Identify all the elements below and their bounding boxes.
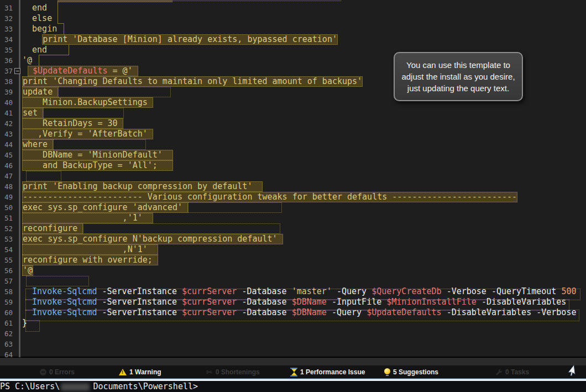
powershell-ise-window: 31 end32 else33 begin34 print 'Database … [0,0,586,392]
code-line[interactable]: 47 [0,171,586,181]
herestring-highlight: print 'Enabling backup compression by de… [22,181,263,192]
herestring-highlight: exec sys.sp_configure N'backup compressi… [22,234,283,244]
code-line[interactable]: 43 ,Verify = 'AfterBatch' [0,129,586,139]
code-line[interactable]: 55reconfigure with override; [0,255,586,265]
code-text: ,'1' [19,213,153,223]
status-item-scissors[interactable]: ✂0 Shortenings [206,365,260,378]
code-line[interactable]: 46 and BackupType = 'All'; [0,160,586,171]
line-number: 50 [0,202,19,213]
code-line[interactable]: 57 [0,276,586,286]
warning-triangle-icon: ! [119,369,127,375]
block-outline-box [43,108,124,118]
status-bar: 0 Errors!1 Warning✂0 Shortenings1 Perfor… [0,365,586,378]
status-item-error-circle[interactable]: 0 Errors [40,365,75,378]
code-text [19,349,22,357]
code-line[interactable]: 62 [0,328,586,339]
code-line[interactable]: 44where [0,139,586,150]
herestring-highlight: and BackupType = 'All'; [22,160,173,171]
code-line[interactable]: 61} [0,318,586,328]
line-number: 51 [0,213,19,223]
code-line[interactable]: 34 print 'Database [Minion] already exis… [0,34,586,45]
code-line[interactable]: 49------------------------ Various confi… [0,192,586,202]
code-text: update [19,87,171,97]
code-line[interactable]: 63 [0,339,586,349]
code-text: print 'Enabling backup compression by de… [19,181,263,192]
code-text: Minion.BackupSettings [19,97,153,108]
code-line[interactable]: 32 else [0,13,586,24]
code-line[interactable]: 58 Invoke-Sqlcmd -ServerInstance $currSe… [0,286,586,297]
code-line[interactable]: 56'@ [0,265,586,276]
herestring-highlight: $UpdateDefaults = @' [28,66,138,76]
code-text: reconfigure with override; [19,255,158,265]
code-line[interactable]: 48print 'Enabling backup compression by … [0,181,586,192]
code-line[interactable]: 41set [0,108,586,118]
code-text: and BackupType = 'All'; [19,160,173,171]
code-text: end [19,45,47,55]
code-text: else [19,13,52,24]
status-item-wrench[interactable]: 0 Tasks [495,365,529,378]
line-number: 47 [0,171,19,181]
code-line[interactable]: 54 ,N'1' [0,244,586,255]
herestring-highlight: set [22,108,43,118]
code-text: print 'Database [Minion] already exists,… [19,34,338,45]
line-number: 60 [0,307,19,318]
block-outline-box [188,202,282,213]
line-number: 61 [0,318,19,328]
console-prompt[interactable]: PS C:\Users\Documents\Powershell> [0,381,586,392]
block-outline-box [53,139,146,150]
line-number: 45 [0,150,19,160]
code-text: exec sys.sp_configure 'advanced' [19,202,282,213]
line-number: 59 [0,297,19,307]
line-number: 53 [0,234,19,244]
line-number: 58 [0,286,19,297]
code-line[interactable]: 45 DBName = 'MinionDefault' [0,150,586,160]
code-line[interactable]: 50exec sys.sp_configure 'advanced' [0,202,586,213]
block-outline-box [26,171,61,181]
code-text [19,171,61,181]
herestring-highlight: RetainDays = 30 [22,118,123,129]
herestring-highlight: print 'Changing Defaults to maintain onl… [22,76,363,87]
code-text: Invoke-Sqlcmd -ServerInstance $currServe… [19,286,576,297]
mouse-cursor [567,364,578,378]
code-text: print 'Changing Defaults to maintain onl… [19,76,363,87]
code-line[interactable]: 31 end [0,3,586,13]
prompt-prefix: PS C:\Users\ [0,381,60,391]
code-text [19,328,22,339]
line-number: 38 [0,76,19,87]
hourglass-icon [290,368,297,377]
status-item-warning-triangle[interactable]: !1 Warning [119,365,161,378]
code-text: '@ [19,265,33,276]
code-text: end [19,3,47,13]
code-text: exec sys.sp_configure N'backup compressi… [19,234,283,244]
code-text: ------------------------ Various configu… [19,192,517,202]
line-number: 55 [0,255,19,265]
status-item-label: 0 Errors [49,368,75,376]
herestring-highlight: ------------------------ Various configu… [22,192,517,202]
code-line[interactable]: 52reconfigure [0,223,586,234]
code-line[interactable]: 51 ,'1' [0,213,586,223]
code-line[interactable]: 53exec sys.sp_configure N'backup compres… [0,234,586,244]
line-number: 64 [0,349,19,357]
code-line[interactable]: 42 RetainDays = 30 [0,118,586,129]
status-item-lightbulb[interactable]: 5 Suggestions [384,365,438,378]
prompt-suffix: Documents\Powershell> [93,381,198,391]
code-line[interactable]: 60 Invoke-Sqlcmd -ServerInstance $currSe… [0,307,586,318]
block-outline-box [26,276,89,286]
code-line[interactable]: 64 [0,349,586,357]
line-number: 54 [0,244,19,255]
line-number: 56 [0,265,19,276]
code-text: begin [19,24,57,34]
code-line[interactable]: 33 begin [0,24,586,34]
status-item-hourglass[interactable]: 1 Performance Issue [290,365,365,378]
status-item-label: 1 Warning [129,368,161,376]
line-number: 35 [0,45,19,55]
herestring-highlight: Minion.BackupSettings [22,97,153,108]
line-number: 32 [0,13,19,24]
code-text: where [19,139,146,150]
code-text: ,Verify = 'AfterBatch' [19,129,153,139]
fold-collapse-marker[interactable]: − [14,68,20,74]
block-outline-box [58,87,171,97]
herestring-highlight: exec sys.sp_configure 'advanced' [22,202,188,213]
code-line[interactable]: 59 Invoke-Sqlcmd -ServerInstance $currSe… [0,297,586,307]
lightbulb-icon [384,368,390,376]
